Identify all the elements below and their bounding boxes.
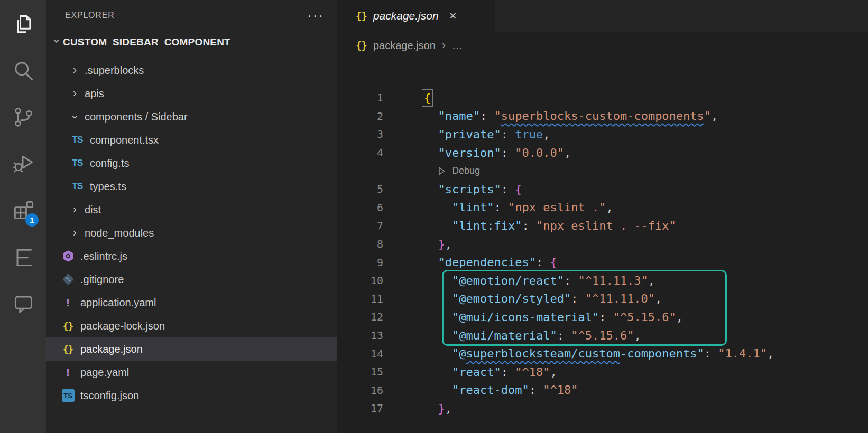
- tree-item-label: package.json: [80, 343, 143, 355]
- explorer-activity-button[interactable]: [0, 10, 46, 56]
- tree-item-component.tsx[interactable]: TScomponent.tsx: [46, 128, 337, 152]
- breadcrumb: {} package.json › …: [337, 32, 868, 59]
- json-braces-icon: {}: [356, 10, 367, 22]
- code-line-4[interactable]: 4 "version": "0.0.0",: [337, 144, 868, 162]
- json-braces-icon: {}: [63, 344, 73, 355]
- extensions-activity-button[interactable]: 1: [0, 195, 46, 242]
- breadcrumb-file[interactable]: package.json: [373, 40, 436, 52]
- code-line-14[interactable]: 14 "@superblocksteam/custom-components":…: [337, 344, 868, 363]
- tree-item-label: .superblocks: [85, 64, 144, 77]
- tree-item-application.yaml[interactable]: !application.yaml: [46, 291, 337, 314]
- json-braces-icon: {}: [356, 40, 367, 51]
- code-line-7[interactable]: 7 "lint:fix": "npx eslint . --fix": [337, 216, 868, 235]
- chevron-down-icon: [52, 36, 61, 48]
- line-number: 2: [337, 110, 383, 123]
- tree-item-.superblocks[interactable]: .superblocks: [46, 59, 337, 82]
- code-line-6[interactable]: 6 "lint": "npx eslint .",: [337, 199, 868, 217]
- code-line-8[interactable]: 8 },: [337, 235, 868, 253]
- chevron-right-icon: [69, 66, 80, 75]
- line-number: 4: [337, 146, 383, 159]
- code-line-16[interactable]: 16 "react-dom": "^18": [337, 381, 868, 400]
- tree-item-label: .gitignore: [80, 274, 124, 286]
- outline-list-icon: [12, 245, 35, 268]
- code-line-17[interactable]: 17 },: [337, 399, 868, 418]
- files-icon: [12, 13, 35, 36]
- typescript-icon: TS: [72, 158, 83, 168]
- eslint-icon: [62, 250, 75, 262]
- indent-guide: [438, 199, 438, 235]
- line-number: 16: [337, 384, 383, 397]
- explorer-more-actions-button[interactable]: ···: [307, 13, 324, 18]
- codelens-label: Debug: [452, 165, 480, 176]
- tree-item-dist[interactable]: dist: [46, 198, 337, 221]
- tree-item-label: types.ts: [90, 181, 126, 193]
- code-line-15[interactable]: 15 "react": "^18",: [337, 363, 868, 381]
- tree-item-label: node_modules: [85, 227, 154, 239]
- tab-package-json[interactable]: {} package.json ×: [337, 0, 495, 32]
- run-debug-activity-button[interactable]: [0, 149, 46, 195]
- codelens-debug-action[interactable]: Debug: [337, 165, 480, 176]
- search-activity-button[interactable]: [0, 56, 46, 102]
- tree-item-.eslintrc.js[interactable]: .eslintrc.js: [46, 244, 337, 268]
- vscode-window: 1 EXPLORER ··· CUSTOM_SIDEBAR_COMPONENT: [0, 0, 868, 433]
- tree-item-components-sidebar[interactable]: components / Sidebar: [46, 105, 337, 128]
- tree-item-page.yaml[interactable]: !page.yaml: [46, 361, 337, 384]
- tree-root-folder[interactable]: CUSTOM_SIDEBAR_COMPONENT: [46, 31, 337, 54]
- code-line-12[interactable]: 12 "@mui/icons-material": "^5.15.6",: [337, 308, 868, 326]
- yaml-icon: !: [66, 296, 70, 309]
- tree-item-package.json[interactable]: {}package.json: [46, 337, 337, 361]
- breadcrumb-more[interactable]: …: [452, 40, 463, 52]
- indent-guide: [438, 271, 438, 399]
- play-outline-icon: [436, 166, 447, 176]
- debug-icon: [12, 152, 35, 175]
- root-folder-label: CUSTOM_SIDEBAR_COMPONENT: [63, 36, 230, 48]
- tree-item-label: dist: [85, 204, 101, 216]
- tsconfig-icon: TS: [62, 389, 75, 402]
- explorer-header: EXPLORER ···: [46, 0, 337, 31]
- code-line-9[interactable]: 9 "dependencies": {: [337, 253, 868, 271]
- tree-item-.gitignore[interactable]: .gitignore: [46, 268, 337, 291]
- line-number: 10: [337, 274, 383, 287]
- outline-list-activity-button[interactable]: [0, 242, 46, 288]
- tab-close-icon[interactable]: ×: [449, 10, 457, 22]
- indent-guide: [424, 107, 424, 400]
- source-control-activity-button[interactable]: [0, 102, 46, 149]
- code-line-11[interactable]: 11 "@emotion/styled": "^11.11.0",: [337, 290, 868, 308]
- tree-item-config.ts[interactable]: TSconfig.ts: [46, 152, 337, 175]
- code-lines: 1{2 "name": "superblocks-custom-componen…: [337, 89, 868, 418]
- code-line-13[interactable]: 13 "@mui/material": "^5.15.6",: [337, 326, 868, 345]
- tree-item-label: tsconfig.json: [80, 390, 139, 402]
- line-number: 13: [337, 329, 383, 342]
- tree-item-label: page.yaml: [80, 366, 129, 379]
- line-number: 8: [337, 238, 383, 250]
- tree-item-label: .eslintrc.js: [80, 250, 127, 262]
- explorer-title: EXPLORER: [65, 11, 115, 20]
- line-number: 15: [337, 365, 383, 378]
- search-icon: [12, 59, 35, 82]
- line-number: 3: [337, 128, 383, 140]
- line-number: 17: [337, 402, 383, 415]
- code-line-10[interactable]: 10 "@emotion/react": "^11.11.3",: [337, 271, 868, 290]
- typescript-icon: TS: [72, 135, 83, 145]
- line-number: 9: [337, 256, 383, 269]
- tree-item-node-modules[interactable]: node_modules: [46, 221, 337, 244]
- codelens-row: Debug: [337, 162, 868, 180]
- activity-bar: 1: [0, 0, 46, 433]
- tree-item-tsconfig.json[interactable]: TStsconfig.json: [46, 384, 337, 407]
- code-line-1[interactable]: 1{: [337, 89, 868, 107]
- chevron-right-icon: [69, 205, 80, 214]
- tree-item-label: apis: [85, 88, 104, 100]
- tree-item-types.ts[interactable]: TStypes.ts: [46, 175, 337, 198]
- code-editor: 1{2 "name": "superblocks-custom-componen…: [337, 59, 868, 418]
- git-branch-icon: [12, 106, 35, 129]
- code-line-2[interactable]: 2 "name": "superblocks-custom-components…: [337, 107, 868, 126]
- chat-bubble-icon: [12, 291, 35, 315]
- code-line-3[interactable]: 3 "private": true,: [337, 125, 868, 144]
- tree-item-label: application.yaml: [80, 297, 156, 309]
- tree-item-apis[interactable]: apis: [46, 82, 337, 105]
- chat-activity-button[interactable]: [0, 288, 46, 335]
- tree-item-package-lock.json[interactable]: {}package-lock.json: [46, 314, 337, 337]
- json-braces-icon: {}: [63, 321, 73, 332]
- code-line-5[interactable]: 5 "scripts": {: [337, 180, 868, 199]
- line-number: 6: [337, 201, 383, 214]
